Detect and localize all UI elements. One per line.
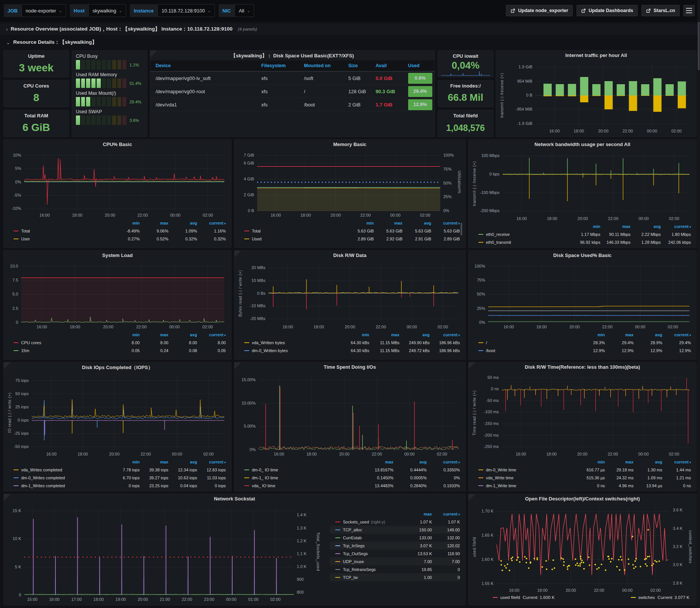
legend-sort-current[interactable]: current ▾ [197, 221, 226, 225]
row-resource-overview[interactable]: › Resource Overview (associated JOB)，Hos… [0, 23, 700, 35]
info-corner-icon[interactable] [4, 494, 11, 501]
series-label[interactable]: /boot [486, 348, 495, 353]
column-header[interactable]: Size [348, 63, 375, 68]
legend-sort-current[interactable]: current ▾ [197, 460, 226, 464]
panel-title[interactable]: Internet traffic per hour All [505, 52, 687, 58]
legend-sort-avg[interactable]: avg [168, 460, 197, 464]
legend-sort-avg[interactable]: avg [402, 221, 431, 225]
legend-sort-avg[interactable]: avg [399, 332, 430, 337]
legend-row[interactable]: 15m0.050.240.080.05 [8, 346, 226, 354]
series-label[interactable]: vda_Write time [486, 476, 513, 480]
column-header[interactable]: Used [408, 63, 435, 68]
legend-sort-min[interactable]: min [570, 224, 600, 229]
series-label[interactable]: dm-1_Writes completed [21, 483, 65, 488]
legend-sort-current[interactable]: current ▾ [661, 224, 691, 229]
filter-value-dropdown[interactable]: 10.118.72.128:9100⌄ [157, 4, 215, 17]
legend-sort-current[interactable]: current ▾ [427, 460, 460, 464]
update-dashboards-button[interactable]: Update Dashboards [577, 5, 638, 16]
series-label[interactable]: Tcp_RetransSegs [343, 567, 376, 572]
legend-row[interactable]: Tcp_RetransSegs19.850 [330, 565, 460, 573]
legend-scrollbar[interactable] [461, 223, 462, 236]
legend-sort-max[interactable]: max [140, 332, 168, 337]
panel-title[interactable]: Memory Basic [244, 142, 456, 147]
series-label[interactable]: CPU cores [21, 340, 41, 345]
info-corner-icon[interactable] [234, 251, 241, 257]
series-label[interactable]: TCP_alloc [343, 528, 362, 532]
series-label[interactable]: vda_ IO time [252, 483, 275, 488]
legend-row[interactable]: /boot12.9%12.9%12.9%12.9% [473, 346, 691, 354]
series-label[interactable]: dm-0_Written bytes [252, 348, 288, 353]
legend-sort-avg[interactable]: avg [631, 224, 661, 229]
starsl-cn-button[interactable]: StarsL.cn [641, 5, 680, 16]
series-label[interactable]: dm-0_Write time [486, 468, 516, 472]
panel-title[interactable]: Disk R/W Data [244, 252, 456, 258]
legend-sort-avg[interactable]: avg [168, 332, 197, 337]
panel-title[interactable]: Disk R/W Time(Reference: less than 100ms… [478, 364, 687, 370]
filter-value-dropdown[interactable]: node-exporter⌄ [22, 4, 66, 17]
legend-row[interactable]: Total-8.49%9.06%1.09%1.16% [8, 227, 226, 235]
legend-sort-min[interactable]: min [339, 332, 369, 337]
legend-row[interactable]: dm-1_Write time0 ns4.96 ms13.94 µs0 ns [473, 482, 691, 489]
series-label[interactable]: Total [21, 229, 30, 233]
series-label[interactable]: Tcp_InSegs [343, 543, 364, 548]
legend-row[interactable]: CPU cores8.008.008.008.00 [8, 339, 226, 346]
row-resource-details[interactable]: ⌄ Resource Details：【skywalking】 [0, 37, 700, 48]
legend-sort-max[interactable]: max [360, 460, 393, 464]
legend-row[interactable]: Used2.89 GiB2.92 GiB2.91 GiB2.89 GiB [239, 235, 460, 243]
legend-sort-max[interactable]: max [600, 224, 631, 229]
legend-row[interactable]: CurrEstab133.00132.00 [330, 534, 460, 542]
legend-row[interactable]: dm-0_ IO time13.8167%0.4444%0.3350% [239, 466, 460, 474]
series-label[interactable]: User [21, 237, 30, 241]
series-label[interactable]: dm-0_ IO time [252, 468, 278, 472]
series-label[interactable]: TCP_tw [343, 575, 358, 580]
legend-sort-max[interactable]: max [374, 221, 402, 225]
info-corner-icon[interactable] [4, 362, 11, 369]
series-label[interactable]: Total [252, 229, 261, 233]
panel-title[interactable]: Time Spent Doing I/Os [244, 364, 456, 370]
legend-sort-avg[interactable]: avg [168, 221, 197, 225]
panel-title[interactable]: 【skywalking】： Disk Space Used Basic(EXT?… [159, 52, 426, 59]
legend-sort-max[interactable]: max [404, 512, 432, 516]
panel-title[interactable]: Network bandwidth usage per second All [478, 142, 687, 147]
series-label[interactable]: dm-0_Writes completed [21, 476, 65, 480]
info-corner-icon[interactable] [469, 494, 475, 501]
legend-row[interactable]: dm-0_Written bytes64.30 kBs11.15 MBs249.… [239, 346, 460, 354]
panel-title[interactable]: CPU% Basic [13, 142, 222, 147]
series-label[interactable]: dm-1_ IO time [252, 476, 278, 480]
panel-title[interactable]: System Load [13, 252, 222, 258]
legend-row[interactable]: eth0_receive1.17 Mbps90.11 Mbps2.22 Mbps… [473, 230, 691, 238]
legend-row[interactable]: dm-1_ IO time0.1450%0.0005%0% [239, 474, 460, 482]
legend-row[interactable]: Tcp_InSegs3.07 K120.02 [330, 542, 460, 550]
legend-sort-avg[interactable]: avg [393, 460, 427, 464]
legend-row[interactable]: Tcp_OutSegs13.53 K118.90 [330, 550, 460, 557]
panel-title[interactable]: Open File Descriptor(left)/Context switc… [478, 496, 687, 502]
series-label[interactable]: 15m [21, 348, 29, 353]
column-header[interactable]: Filesystem [261, 63, 304, 68]
legend-row[interactable]: Sockets_used(right-y)1.07 K1.07 K [330, 518, 460, 526]
legend-sort-max[interactable]: max [605, 460, 634, 464]
legend-sort-current[interactable]: current ▾ [662, 460, 691, 464]
legend-sort-min[interactable]: min [345, 221, 374, 225]
info-corner-icon[interactable] [234, 362, 241, 369]
legend-sort-min[interactable]: min [576, 332, 605, 337]
series-label[interactable]: CurrEstab [343, 536, 362, 540]
legend-item[interactable]: used filefdCurrent: 1.600 K [493, 595, 555, 600]
legend-sort-max[interactable]: max [369, 332, 399, 337]
page-scrollbar[interactable] [697, 0, 700, 608]
series-label[interactable]: vda_Written bytes [252, 340, 285, 345]
legend-row[interactable]: dm-0_Write time616.77 µs29.18 ms1.30 ms1… [473, 466, 691, 474]
filter-value-dropdown[interactable]: skywalking⌄ [88, 4, 126, 17]
column-header[interactable]: Mounted on [304, 63, 348, 68]
legend-sort-min[interactable]: min [111, 221, 140, 225]
update-node-exporter-button[interactable]: Update node_exporter [506, 5, 573, 16]
legend-row[interactable]: vda_Writes completed7.78 iops39.38 iops1… [8, 466, 226, 474]
info-corner-icon[interactable] [150, 51, 157, 57]
legend-sort-min[interactable]: min [576, 460, 605, 464]
legend-sort-avg[interactable]: avg [634, 332, 662, 337]
column-header[interactable]: Device [150, 63, 261, 68]
legend-row[interactable]: dm-1_Writes completed0 iops23.25 iops0.0… [8, 482, 226, 489]
series-label[interactable]: UDP_inuse [343, 559, 364, 564]
legend-sort-current[interactable]: current ▾ [197, 332, 226, 337]
legend-row[interactable]: Total5.63 GiB5.63 GiB5.63 GiB5.63 GiB [239, 227, 460, 235]
legend-sort-min[interactable]: min [111, 332, 140, 337]
